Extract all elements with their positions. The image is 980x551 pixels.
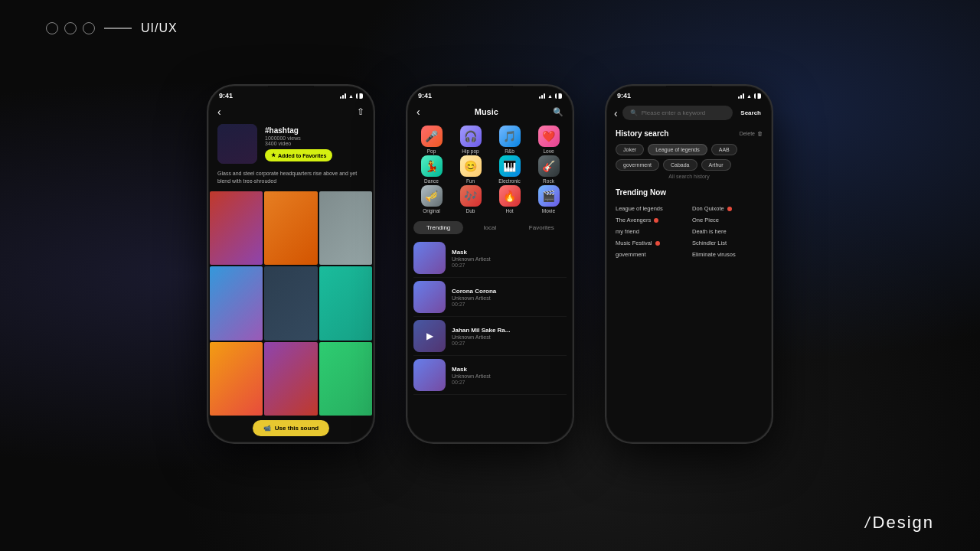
rnb-icon: 🎵 <box>499 126 521 147</box>
tag-aab[interactable]: AAB <box>711 144 737 155</box>
battery-3: ▌ <box>754 93 761 99</box>
signal-3 <box>738 93 744 99</box>
trending-title: Trending Now <box>616 188 763 197</box>
track-info-1: Mask Unknown Artiest 00:27 <box>452 249 567 268</box>
battery-1: ▌ <box>356 93 363 99</box>
play-icon: ▶ <box>426 331 433 341</box>
dub-icon: 🎶 <box>460 185 482 207</box>
tab-favorites[interactable]: Favorites <box>517 221 567 234</box>
trending-festival[interactable]: Music Festival <box>616 237 686 249</box>
signal-2 <box>539 93 545 99</box>
cat-rock[interactable]: 🎸 Rock <box>531 155 567 184</box>
grid-item-1[interactable] <box>210 191 263 265</box>
grid-item-4[interactable] <box>210 266 263 340</box>
favorites-button[interactable]: ★ Added to Favorites <box>265 149 332 161</box>
cat-electronic[interactable]: 🎹 Electronic <box>492 155 528 184</box>
cat-love[interactable]: ❤️ Love <box>531 126 567 154</box>
profile-videos: 3400 video <box>265 141 364 146</box>
track-1[interactable]: Mask Unknown Artiest 00:27 <box>413 239 567 278</box>
tag-lol[interactable]: League of legends <box>648 144 707 155</box>
status-time-3: 9:41 <box>617 92 631 99</box>
cat-electronic-label: Electronic <box>498 178 521 184</box>
trending-gov-label: government <box>616 251 646 258</box>
dance-icon: 💃 <box>421 155 443 177</box>
delete-button[interactable]: Delete 🗑 <box>740 131 763 136</box>
search-bar[interactable]: 🔍 Please enter a keyword <box>622 106 733 120</box>
status-icons-3: ▲ ▌ <box>738 93 761 99</box>
tag-arthur[interactable]: Arthur <box>701 159 731 171</box>
cat-original[interactable]: 🎺 Original <box>413 185 449 214</box>
track-thumb-1 <box>413 242 446 274</box>
signal-1 <box>340 93 346 99</box>
track-3[interactable]: ▶ Jahan Mil Sake Ra... Unknown Artiest 0… <box>413 317 567 356</box>
pop-icon: 🎤 <box>421 126 443 147</box>
footer-text: Design <box>873 513 934 533</box>
cat-rnb[interactable]: 🎵 R&b <box>492 126 528 154</box>
cat-fun[interactable]: 😊 Fun <box>452 155 488 184</box>
cat-movie[interactable]: 🎬 Movie <box>531 185 567 214</box>
track-2[interactable]: Corona Corona Unknown Artiest 00:27 <box>413 278 567 317</box>
history-tags: Joker League of legends AAB government C… <box>616 144 763 171</box>
grid-item-3[interactable] <box>319 191 372 265</box>
search-icon-3: 🔍 <box>630 109 638 116</box>
track-artist-1: Unknown Artiest <box>452 256 567 262</box>
cat-hot[interactable]: 🔥 Hot <box>492 185 528 214</box>
phone3-content: 9:41 ▲ ▌ ‹ 🔍 <box>606 86 772 442</box>
use-sound-button[interactable]: 📹 Use this sound <box>253 420 329 436</box>
cat-dance[interactable]: 💃 Dance <box>413 155 449 184</box>
track-list: Mask Unknown Artiest 00:27 Corona Corona… <box>407 239 573 442</box>
trending-gov[interactable]: government <box>616 249 686 260</box>
trending-avengers[interactable]: The Avengers <box>616 214 686 226</box>
grid-item-8[interactable] <box>264 342 317 416</box>
tag-cabada[interactable]: Cabada <box>663 159 697 171</box>
back-arrow-3[interactable]: ‹ <box>614 107 618 119</box>
trending-onepiece[interactable]: One Piece <box>692 214 763 226</box>
trending-friend[interactable]: my friend <box>616 226 686 237</box>
footer: / Design <box>865 513 934 533</box>
all-history-link[interactable]: All search history <box>616 174 763 179</box>
trending-death-label: Death is here <box>692 228 727 235</box>
phone-3: 9:41 ▲ ▌ ‹ 🔍 <box>605 84 773 444</box>
search-button[interactable]: Search <box>737 109 764 116</box>
trending-schindler[interactable]: Schindler List <box>692 237 763 249</box>
fun-icon: 😊 <box>460 155 482 177</box>
status-icons-2: ▲ ▌ <box>539 93 562 99</box>
trending-section: Trending Now League of legends The Aveng… <box>606 184 772 265</box>
tag-joker[interactable]: Joker <box>616 144 644 155</box>
profile-image <box>217 124 257 164</box>
tab-trending[interactable]: Trending <box>413 221 463 234</box>
trending-grid: League of legends The Avengers my friend… <box>616 203 763 260</box>
back-arrow-1[interactable]: ‹ <box>217 106 221 118</box>
phone1-profile: #hashtag 1000000 views 3400 video ★ Adde… <box>208 124 374 170</box>
trending-onepiece-label: One Piece <box>692 217 719 223</box>
trending-eliminate[interactable]: Eliminate virusos <box>692 249 763 260</box>
cat-dub[interactable]: 🎶 Dub <box>452 185 488 214</box>
trending-quixote[interactable]: Don Quixote <box>692 203 763 214</box>
tab-local[interactable]: local <box>465 221 514 234</box>
search-placeholder: Please enter a keyword <box>642 109 706 116</box>
profile-name: #hashtag <box>265 126 364 135</box>
search-icon[interactable]: 🔍 <box>553 107 564 117</box>
trending-avengers-label: The Avengers <box>616 217 651 223</box>
original-icon: 🎺 <box>421 185 443 207</box>
battery-2: ▌ <box>555 93 562 99</box>
phone2-content: 9:41 ▲ ▌ ‹ Music 🔍 <box>407 86 573 442</box>
grid-item-5[interactable] <box>264 266 317 340</box>
track-thumb-3: ▶ <box>413 320 446 352</box>
hashtag-description: Glass and steel corporate headquarters r… <box>208 170 374 191</box>
cat-hiphop-label: Hip pop <box>462 148 479 154</box>
grid-item-9[interactable] <box>319 342 372 416</box>
trending-lol[interactable]: League of legends <box>616 203 686 214</box>
tag-government[interactable]: government <box>616 159 659 171</box>
track-4[interactable]: Mask Unknown Artiest 00:27 <box>413 356 567 395</box>
grid-item-7[interactable] <box>210 342 263 416</box>
cat-pop[interactable]: 🎤 Pop <box>413 126 449 154</box>
share-icon-1[interactable]: ⇧ <box>357 106 364 117</box>
status-time-2: 9:41 <box>418 92 432 99</box>
wifi-icon-1: ▲ <box>348 93 354 99</box>
grid-item-6[interactable] <box>319 266 372 340</box>
grid-item-2[interactable] <box>264 191 317 265</box>
phone-1: 9:41 ▲ ▌ ‹ ⇧ <box>207 84 375 444</box>
trending-death[interactable]: Death is here <box>692 226 763 237</box>
cat-hiphop[interactable]: 🎧 Hip pop <box>452 126 488 154</box>
